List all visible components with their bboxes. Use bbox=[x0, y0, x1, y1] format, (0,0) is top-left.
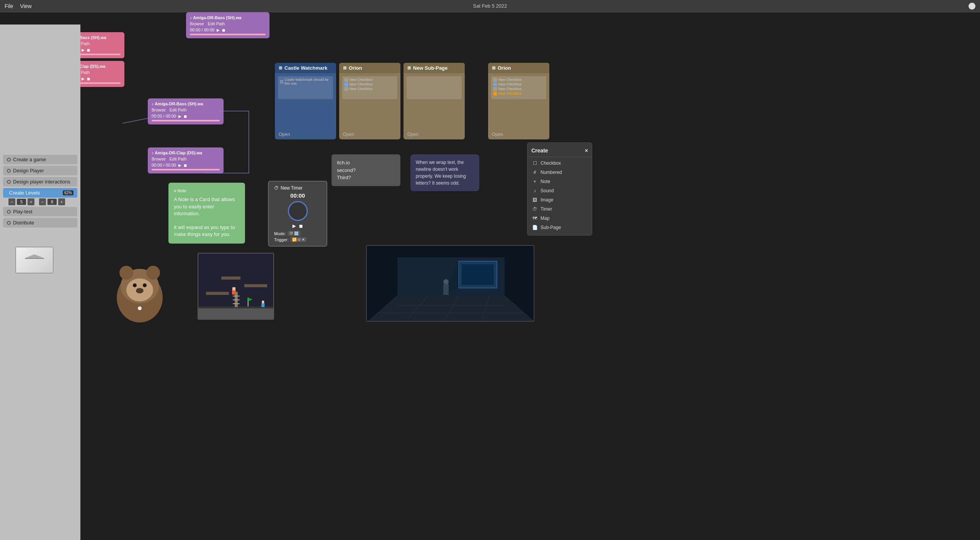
timer-mode-row: Mode: ⏱ 🔢 bbox=[274, 231, 321, 236]
browse-link-5[interactable]: Browse bbox=[152, 157, 166, 161]
edit-path-link-3[interactable]: Edit Path bbox=[208, 21, 225, 26]
create-item-subpage[interactable]: 📄 Sub-Page bbox=[528, 223, 592, 232]
stepper-plus-2[interactable]: + bbox=[58, 198, 65, 205]
create-label-timer: Timer bbox=[541, 206, 552, 212]
sidebar-item-playtest[interactable]: Play-test bbox=[3, 207, 77, 216]
notion-card-orion1-header: ⊞ Orion bbox=[339, 63, 400, 73]
stepper-minus-2[interactable]: − bbox=[39, 198, 46, 205]
create-item-note[interactable]: + Note bbox=[528, 177, 592, 186]
timer-icon: ⏱ bbox=[274, 185, 279, 191]
pixel-game-scene bbox=[198, 253, 274, 320]
stepper-row-1: − 5 + − 8 + bbox=[8, 198, 77, 205]
castle-open[interactable]: Open bbox=[275, 129, 336, 139]
stepper-minus-1[interactable]: − bbox=[8, 198, 15, 205]
play-btn-3[interactable]: ▶ bbox=[217, 28, 220, 32]
create-panel-title: Create bbox=[531, 147, 548, 154]
create-panel-close[interactable]: × bbox=[585, 147, 588, 154]
orion2-open[interactable]: Open bbox=[488, 129, 549, 139]
menu-bar: File View Sat Feb 5 2022 bbox=[0, 0, 980, 12]
itch-text-line3: Third? bbox=[337, 174, 395, 182]
timer-icon-create: ⏱ bbox=[532, 206, 537, 212]
timer-stop[interactable]: ◼ bbox=[299, 223, 303, 229]
sidebar-item-design-player[interactable]: Design Player bbox=[3, 166, 77, 175]
stepper-plus-1[interactable]: + bbox=[28, 198, 34, 205]
itch-text-line1: itch.io bbox=[337, 159, 395, 167]
sidebar-item-distribute[interactable]: Distribute bbox=[3, 218, 77, 227]
orion1-cb2 bbox=[345, 83, 348, 86]
edit-path-link-5[interactable]: Edit Path bbox=[170, 157, 187, 161]
svg-rect-21 bbox=[233, 303, 240, 304]
map-icon: 🗺 bbox=[532, 216, 537, 221]
card-time-3: 00:00 / 00:00 ▶ ◼ bbox=[190, 28, 266, 32]
timer-play[interactable]: ▶ bbox=[292, 223, 296, 229]
vol-btn-3[interactable]: ◼ bbox=[222, 28, 225, 32]
note-icon: ≡ Note bbox=[174, 188, 240, 194]
sidebar-item-interactions[interactable]: Design player interactions bbox=[3, 177, 77, 187]
castle-preview: Castle Watchmark should be this one. bbox=[278, 76, 333, 99]
pixel-scene-inner bbox=[198, 254, 273, 319]
window-title: Sat Feb 5 2022 bbox=[473, 3, 507, 9]
notion-card-castle-header: ⊞ Castle Watchmark bbox=[275, 63, 336, 73]
sidebar-label-interactions: Design player interactions bbox=[13, 179, 70, 185]
timer-mode-value[interactable]: ⏱ 🔢 bbox=[287, 231, 301, 236]
notion-card-orion2-body: New Checkbox New Checkbox New Checkbox N… bbox=[488, 73, 549, 129]
create-item-timer[interactable]: ⏱ Timer bbox=[528, 205, 592, 214]
create-item-sound[interactable]: ♪ Sound bbox=[528, 186, 592, 195]
create-item-numbered[interactable]: # Numbered bbox=[528, 168, 592, 177]
vol-btn-5[interactable]: ◼ bbox=[184, 163, 187, 167]
svg-rect-41 bbox=[443, 284, 449, 295]
sidebar-item-create-levels[interactable]: Create Levels 62% bbox=[3, 188, 77, 198]
sidebar-item-create-game[interactable]: Create a game bbox=[3, 155, 77, 164]
create-item-image[interactable]: 🖼 Image bbox=[528, 195, 592, 205]
orion2-cb2 bbox=[493, 83, 497, 86]
timer-title: New Timer bbox=[281, 185, 302, 191]
vol-btn-1[interactable]: ◼ bbox=[87, 48, 90, 52]
timer-trigger-value[interactable]: 🔁 ⊙ ✕ bbox=[290, 237, 307, 242]
sidebar-label-playtest: Play-test bbox=[13, 209, 33, 214]
vol-btn-4[interactable]: ◼ bbox=[184, 114, 187, 118]
edit-path-link-4[interactable]: Edit Path bbox=[170, 108, 187, 112]
play-btn-5[interactable]: ▶ bbox=[178, 163, 181, 167]
browse-link-4[interactable]: Browse bbox=[152, 108, 166, 112]
audio-card-clap-2: Amiga-DR-Clap (DS).wa Browse Edit Path 0… bbox=[148, 147, 224, 173]
numbered-icon: # bbox=[532, 170, 537, 175]
create-label-numbered: Numbered bbox=[541, 170, 562, 175]
timer-display: 00:00 bbox=[274, 192, 321, 199]
play-btn-4[interactable]: ▶ bbox=[178, 114, 181, 118]
audio-title-5: Amiga-DR-Clap (DS).wa bbox=[152, 151, 220, 155]
view-menu[interactable]: View bbox=[20, 3, 32, 9]
scene-3d bbox=[366, 245, 534, 322]
create-label-note: Note bbox=[541, 179, 550, 184]
svg-rect-20 bbox=[233, 299, 240, 300]
file-menu[interactable]: File bbox=[5, 3, 13, 9]
text-bubble-content: When we wrap text, the newline doesn't w… bbox=[416, 159, 474, 187]
small-thumbnail bbox=[15, 247, 54, 273]
notion-card-castle-body: Castle Watchmark should be this one. bbox=[275, 73, 336, 129]
svg-rect-1 bbox=[25, 258, 44, 259]
radio-dot-1 bbox=[7, 158, 11, 162]
newsub-open[interactable]: Open bbox=[403, 129, 465, 139]
newsub-preview bbox=[407, 76, 462, 99]
canvas-area: Amiga-DR-Bass (SH).wa Browse Edit Path 0… bbox=[0, 12, 980, 540]
vol-btn-2[interactable]: ◼ bbox=[87, 77, 90, 81]
newsub-icon: ⊞ bbox=[407, 65, 411, 70]
svg-rect-27 bbox=[262, 301, 264, 303]
orion1-title: Orion bbox=[349, 65, 362, 71]
sidebar-label-design-player: Design Player bbox=[13, 168, 44, 173]
stepper-val-2: 8 bbox=[47, 199, 57, 205]
play-btn-1[interactable]: ▶ bbox=[82, 48, 85, 52]
radio-dot-3 bbox=[7, 180, 11, 184]
orion1-open[interactable]: Open bbox=[339, 129, 400, 139]
castle-title: Castle Watchmark bbox=[284, 65, 327, 71]
audio-card-bass-3: Amiga-DR-Bass (SH).wa Browse Edit Path 0… bbox=[148, 98, 224, 124]
browse-link-3[interactable]: Browse bbox=[190, 21, 204, 26]
create-item-map[interactable]: 🗺 Map bbox=[528, 214, 592, 223]
orion2-cb4 bbox=[493, 92, 497, 95]
svg-rect-17 bbox=[221, 277, 240, 280]
notion-card-newsub-header: ⊞ New Sub-Page bbox=[403, 63, 465, 73]
play-btn-2[interactable]: ▶ bbox=[82, 77, 85, 81]
close-button[interactable] bbox=[969, 3, 975, 10]
orion1-cb3 bbox=[345, 87, 348, 91]
note-plus-icon: + bbox=[532, 179, 537, 184]
create-item-checkbox[interactable]: ☐ Checkbox bbox=[528, 159, 592, 168]
